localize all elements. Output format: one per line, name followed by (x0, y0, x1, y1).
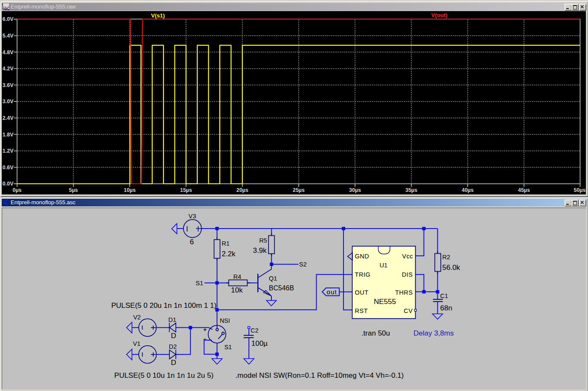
svg-text:out: out (326, 288, 337, 295)
svg-text:50µs: 50µs (573, 187, 585, 193)
svg-text:C2: C2 (250, 327, 259, 334)
svg-text:V(s1): V(s1) (151, 12, 165, 19)
svg-text:R4: R4 (233, 273, 242, 280)
svg-text:V(out): V(out) (431, 12, 448, 18)
svg-text:C1: C1 (440, 293, 448, 299)
svg-text:NE555: NE555 (374, 298, 396, 306)
svg-text:25µs: 25µs (293, 187, 305, 193)
svg-text:4.2V: 4.2V (3, 66, 14, 72)
svg-text:15µs: 15µs (180, 187, 192, 193)
svg-text:1.8V: 1.8V (3, 132, 14, 138)
svg-text:0.0V: 0.0V (3, 181, 14, 187)
svg-text:V2: V2 (133, 314, 141, 321)
svg-text:3.9k: 3.9k (253, 246, 267, 255)
svg-text:TRIG: TRIG (355, 271, 371, 278)
svg-text:40µs: 40µs (462, 187, 474, 193)
svg-text:S1: S1 (224, 344, 232, 350)
svg-text:Delay 3,8ms: Delay 3,8ms (413, 329, 454, 337)
svg-text:PULSE(5 0 20u 1n 1n 100m 1 1): PULSE(5 0 20u 1n 1n 100m 1 1) (111, 301, 217, 310)
svg-text:6: 6 (190, 238, 194, 246)
svg-text:6.0V: 6.0V (3, 16, 14, 22)
svg-text:R1: R1 (222, 240, 230, 247)
svg-text:4.8V: 4.8V (3, 49, 14, 55)
svg-text:V3: V3 (189, 213, 196, 220)
svg-text:0µs: 0µs (12, 187, 21, 193)
svg-text:D1: D1 (169, 316, 177, 323)
svg-text:RST: RST (355, 307, 368, 314)
svg-text:CV: CV (404, 307, 413, 314)
svg-text:DIS: DIS (402, 271, 413, 278)
svg-text:30µs: 30µs (349, 187, 361, 193)
svg-text:56.0k: 56.0k (442, 264, 460, 272)
svg-text:R5: R5 (259, 237, 267, 244)
svg-text:GND: GND (355, 253, 369, 260)
svg-text:S1: S1 (196, 280, 204, 287)
svg-text:35µs: 35µs (405, 187, 417, 193)
svg-text:R2: R2 (442, 254, 451, 261)
svg-text:20µs: 20µs (236, 187, 248, 193)
svg-text:45µs: 45µs (518, 187, 530, 193)
svg-text:100µ: 100µ (251, 339, 268, 348)
svg-text:D2: D2 (169, 343, 177, 350)
svg-text:D: D (171, 332, 176, 340)
svg-text:BC546B: BC546B (269, 284, 294, 292)
svg-text:OUT: OUT (355, 289, 369, 296)
svg-text:Vcc: Vcc (402, 253, 413, 260)
svg-text:THRS: THRS (395, 289, 413, 296)
svg-text:Q1: Q1 (269, 275, 277, 282)
svg-text:NSI: NSI (220, 317, 230, 324)
svg-text:5.4V: 5.4V (3, 33, 14, 39)
svg-text:3.6V: 3.6V (3, 82, 14, 88)
svg-text:0.6V: 0.6V (3, 165, 14, 171)
svg-text:2.2k: 2.2k (222, 250, 236, 258)
svg-text:S2: S2 (299, 261, 307, 268)
svg-text:10µs: 10µs (124, 187, 136, 193)
svg-text:V1: V1 (133, 340, 141, 347)
svg-text:.model NSI SW(Ron=0.1 Roff=10m: .model NSI SW(Ron=0.1 Roff=10meg Vt=4 Vh… (236, 371, 404, 379)
svg-text:10k: 10k (231, 286, 243, 294)
svg-text:68n: 68n (440, 304, 452, 312)
svg-text:1.2V: 1.2V (3, 148, 14, 154)
svg-text:U1: U1 (380, 262, 388, 269)
svg-text:2.4V: 2.4V (3, 115, 14, 121)
svg-text:5µs: 5µs (69, 187, 78, 193)
svg-text:PULSE(5 0 10u 1n 1n 1u 2u 5): PULSE(5 0 10u 1n 1n 1u 2u 5) (114, 371, 214, 379)
svg-text:.tran 50u: .tran 50u (361, 329, 390, 337)
svg-text:D: D (171, 359, 176, 367)
svg-text:3.0V: 3.0V (3, 98, 14, 104)
